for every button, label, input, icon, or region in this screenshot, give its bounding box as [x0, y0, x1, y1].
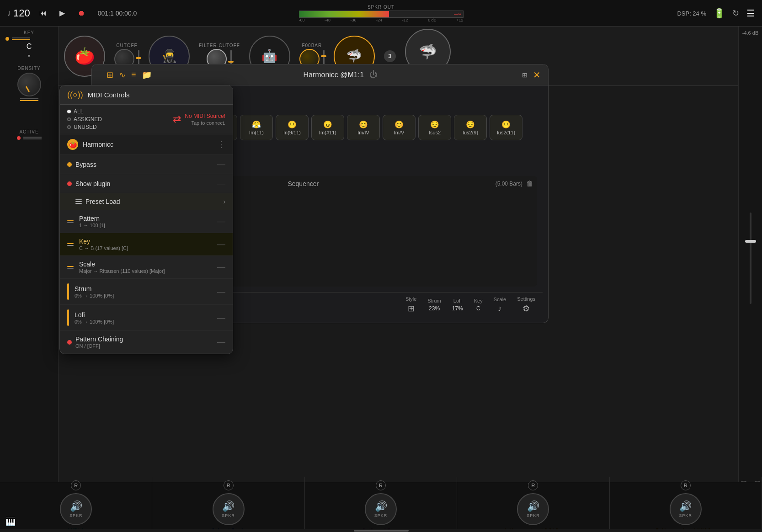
- radio-all: [67, 110, 71, 113]
- spkr-label-0: SPKR: [69, 513, 83, 518]
- chord-btn-8[interactable]: 😊 Im/V: [383, 115, 416, 140]
- speaker-icon-4: 🔊: [679, 500, 692, 512]
- close-button[interactable]: ✕: [533, 69, 541, 80]
- chord-btn-5[interactable]: 😐 In(9/11): [276, 115, 309, 140]
- track-badge-4: R: [681, 480, 691, 490]
- track-item-3[interactable]: R 🔊 SPKR 4: Hammerhead (HH 2...: [457, 477, 609, 532]
- chord-btn-6[interactable]: 😠 Im(#11): [311, 115, 344, 140]
- bpm-value[interactable]: 120: [13, 7, 30, 19]
- pattern-chaining-sub: ON / [OFF]: [75, 343, 217, 349]
- track-badge-1: R: [224, 480, 234, 490]
- bpm-note-icon: ♩: [7, 10, 11, 17]
- track-r-0: R: [71, 480, 81, 490]
- style-icon: ⊞: [408, 303, 415, 314]
- chord-btn-10[interactable]: 😌 Ius2(9): [454, 115, 487, 140]
- position-display: 001:1 00:00.0: [98, 10, 137, 17]
- density-knob[interactable]: [17, 73, 41, 96]
- chord-emoji-10: 😌: [466, 120, 475, 129]
- bypass-dash: —: [217, 160, 225, 169]
- strum-dash: —: [217, 287, 225, 297]
- key-line-1: [12, 37, 30, 38]
- tab-grid-icon[interactable]: ⊞: [107, 70, 113, 80]
- scale-control[interactable]: Scale ♪: [494, 297, 506, 314]
- track-speaker-3: 🔊 SPKR: [517, 493, 549, 525]
- chord-emoji-9: 😌: [430, 120, 439, 129]
- strum-bar-icon: [67, 283, 69, 300]
- chord-btn-7[interactable]: 😊 Im/IV: [347, 115, 380, 140]
- chord-btn-11[interactable]: 😐 Ius2(11): [490, 115, 522, 140]
- midi-source-error[interactable]: No MIDI Source! Tap to connect.: [185, 113, 225, 126]
- midi-filter-row: ALL ASSIGNED UNUSED ⇄ No MIDI Source! Ta…: [60, 105, 233, 134]
- midi-plugin-item[interactable]: 🍅 Harmonicc ⋮: [60, 134, 233, 155]
- midi-item-key[interactable]: Key C → B (17 values) [C] —: [60, 233, 233, 256]
- titlebar-right: ⊞ ✕: [522, 69, 541, 80]
- filter-unused[interactable]: UNUSED: [67, 124, 102, 130]
- midi-source-tap: Tap to connect.: [191, 120, 225, 126]
- chord-label-11: Ius2(11): [497, 130, 515, 135]
- midi-item-lofi[interactable]: Lofi 0% → 100% [0%] —: [60, 305, 233, 331]
- bypass-col: Bypass: [75, 161, 217, 168]
- piano-icon[interactable]: 🎹: [5, 516, 16, 527]
- midi-item-pattern-chaining[interactable]: Pattern Chaining ON / [OFF] —: [60, 331, 233, 354]
- track-item-4[interactable]: R 🔊 SPKR 5: Hammerhead (HH 2...: [610, 477, 762, 532]
- active-line-2: [23, 138, 42, 139]
- strum-control[interactable]: Strum 23%: [427, 298, 441, 312]
- volume-slider[interactable]: [750, 213, 751, 304]
- track-r-3: R: [528, 480, 538, 490]
- preset-line-3: [75, 203, 82, 204]
- midi-item-preset-load[interactable]: Preset Load ›: [60, 193, 233, 210]
- record-button[interactable]: ⏺: [74, 6, 89, 21]
- filter-assigned[interactable]: ASSIGNED: [67, 116, 102, 122]
- spkr-label-4: SPKR: [679, 513, 693, 518]
- track-speaker-4: 🔊 SPKR: [670, 493, 702, 525]
- slider-thumb-1: [136, 57, 141, 59]
- tab-bars-icon[interactable]: ≡: [131, 70, 136, 80]
- active-label: ACTIVE: [19, 129, 38, 134]
- track-item-0[interactable]: R 🔊 SPKR MIDI 1: [0, 477, 152, 532]
- midi-item-pattern[interactable]: Pattern 1 → 100 [1] —: [60, 210, 233, 233]
- left-sidebar: KEY C ▼ DENSITY ACTIVE: [0, 27, 59, 495]
- refresh-icon[interactable]: ↻: [732, 8, 739, 18]
- chord-btn-9[interactable]: 😌 Isus2: [418, 115, 451, 140]
- track-item-2[interactable]: R 🔊 SPKR 3: King of Bass: [305, 477, 457, 532]
- chord-label-8: Im/V: [394, 130, 405, 135]
- chord-label-10: Ius2(9): [463, 130, 478, 135]
- key-item-label: Key: [79, 238, 217, 245]
- filter-cutoff-label: FILTER CUTOFF: [199, 43, 240, 48]
- style-control[interactable]: Style ⊞: [405, 296, 416, 314]
- power-icon[interactable]: ⏻: [369, 70, 378, 80]
- show-plugin-col: Show plugin: [75, 180, 217, 187]
- more-icon[interactable]: ⋮: [217, 139, 225, 149]
- speaker-icon-3: 🔊: [527, 500, 539, 512]
- key-bottom-value: C: [476, 305, 480, 312]
- density-line-2: [20, 100, 38, 101]
- volume-slider-thumb: [745, 240, 756, 243]
- play-button[interactable]: ▶: [55, 6, 69, 21]
- key-line-icon-2: [67, 245, 74, 246]
- midi-item-scale[interactable]: Scale Major → Ritsusen (110 values) [Maj…: [60, 256, 233, 279]
- grid-icon[interactable]: ⊞: [522, 71, 528, 79]
- seq-delete-all-icon[interactable]: 🗑: [526, 180, 533, 188]
- active-dot: [17, 136, 21, 140]
- midi-item-bypass[interactable]: Bypass —: [60, 155, 233, 174]
- track-r-2: R: [376, 480, 386, 490]
- key-bottom-control[interactable]: Key C: [474, 298, 483, 312]
- track-item-1[interactable]: R 🔊 SPKR 2: Nerd Synth: [152, 477, 304, 532]
- tab-folder-icon[interactable]: 📁: [142, 70, 152, 80]
- radio-unused: [67, 125, 71, 129]
- track-r-4: R: [681, 480, 691, 490]
- back-button[interactable]: ⏮: [36, 6, 50, 21]
- filter-all[interactable]: ALL: [67, 108, 102, 115]
- lofi-item-label: Lofi: [75, 311, 217, 319]
- menu-icon[interactable]: ☰: [746, 8, 755, 19]
- tab-wave-icon[interactable]: ∿: [119, 70, 126, 80]
- chord-btn-4[interactable]: 😤 Im(11): [240, 115, 273, 140]
- midi-item-show-plugin[interactable]: Show plugin —: [60, 174, 233, 193]
- lofi-control[interactable]: Lofi 17%: [452, 298, 463, 312]
- midi-plugin-icon: 🍅: [67, 139, 78, 150]
- settings-control[interactable]: Settings ⚙: [517, 296, 535, 314]
- settings-label: Settings: [517, 296, 535, 302]
- titlebar-center: Harmonicc @M1:1 ⏻: [303, 70, 378, 80]
- midi-item-strum[interactable]: Strum 0% → 100% [0%] —: [60, 279, 233, 305]
- strum-label: Strum: [427, 298, 441, 303]
